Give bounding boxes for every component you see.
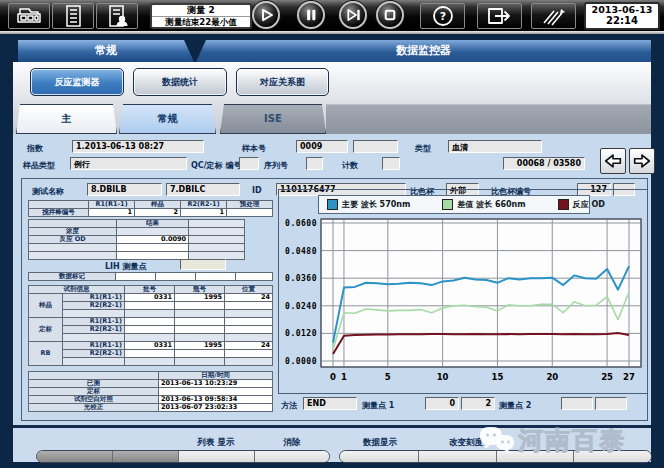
step-button[interactable] bbox=[339, 1, 367, 29]
table-row: R2(R2-1) bbox=[29, 302, 273, 310]
count-label: 计数 bbox=[342, 160, 358, 171]
count-field[interactable] bbox=[382, 157, 400, 170]
lih-field[interactable] bbox=[180, 259, 226, 270]
wechat-icon bbox=[478, 423, 516, 457]
help-icon: ? bbox=[430, 3, 456, 29]
index-field[interactable]: 1.2013-06-13 08:27 bbox=[72, 140, 204, 153]
prev-record-button[interactable] bbox=[600, 148, 626, 174]
index-label: 指数 bbox=[27, 143, 43, 154]
table-row: 光校正2013-06-07 23:02:33 bbox=[29, 404, 273, 412]
table-row: 定标R1(R1-1) bbox=[29, 318, 273, 326]
svg-text:27: 27 bbox=[623, 372, 635, 382]
table-row: 结果 bbox=[29, 220, 245, 228]
measure-point1-a-field[interactable]: 0 bbox=[425, 397, 459, 410]
data-display-button[interactable] bbox=[340, 451, 418, 462]
stop-button[interactable] bbox=[376, 1, 404, 29]
time-text: 22:14 bbox=[586, 16, 658, 26]
start-button[interactable] bbox=[252, 1, 280, 29]
svg-text:0: 0 bbox=[330, 372, 336, 382]
svg-text:?: ? bbox=[439, 10, 445, 23]
table-row: 搅拌棒编号121 bbox=[29, 209, 273, 217]
data-mark-table: 数据标记 bbox=[28, 272, 273, 281]
table-row: R2(R2-1) bbox=[29, 326, 273, 334]
svg-text:0.0240: 0.0240 bbox=[285, 302, 317, 311]
help-button[interactable]: ? bbox=[420, 3, 465, 29]
pause-icon bbox=[299, 3, 323, 27]
table-row: 日期/时间 bbox=[29, 372, 273, 380]
sign-button[interactable] bbox=[531, 3, 576, 29]
sample-type-field[interactable]: 例行 bbox=[70, 157, 187, 170]
table-row: 试剂空白对照2013-06-13 09:58:34 bbox=[29, 396, 273, 404]
qc-cal-field[interactable] bbox=[239, 157, 259, 170]
top-toolbar: 测量 2 测量结束22最小值 ? 2013-06-13 22:14 bbox=[0, 0, 664, 31]
stop-icon bbox=[378, 3, 402, 27]
table-row: 已测2013-06-13 10:23:29 bbox=[29, 380, 273, 388]
legend-label: 主要 波长 570nm bbox=[342, 199, 410, 210]
table-row: 反应 OD0.0090 bbox=[29, 236, 245, 244]
tab-main[interactable]: 主 bbox=[16, 104, 117, 134]
result-table: 结果 浓度 反应 OD0.0090 bbox=[28, 219, 245, 260]
legend-swatch bbox=[327, 199, 338, 210]
reaction-monitor-button[interactable]: 反应监测器 bbox=[30, 68, 124, 96]
watermark-text: 河南百泰 bbox=[518, 424, 626, 457]
svg-text:0.0360: 0.0360 bbox=[285, 274, 317, 283]
measure-result-text: 测量结束22最小值 bbox=[152, 17, 250, 27]
operator-list-icon bbox=[103, 4, 131, 28]
disabled-button-2[interactable] bbox=[112, 451, 178, 462]
data-statistics-button[interactable]: 数据统计 bbox=[133, 68, 227, 96]
pause-button[interactable] bbox=[297, 1, 325, 29]
disabled-button-1[interactable] bbox=[37, 451, 112, 462]
legend-label: 反应 OD bbox=[573, 199, 605, 210]
sample-no-field[interactable]: 0009 bbox=[296, 140, 348, 153]
sample-no-extra-field[interactable] bbox=[353, 140, 398, 153]
tab-general[interactable]: 常规 bbox=[119, 104, 216, 134]
test-name1-field[interactable]: 8.DBILB bbox=[87, 183, 162, 196]
legend-item: 差值 波长 660nm bbox=[442, 199, 525, 210]
legend-label: 差值 波长 660nm bbox=[457, 199, 525, 210]
clear-button[interactable] bbox=[254, 451, 329, 462]
qc-cal-label: QC/定标 编号 bbox=[191, 160, 241, 171]
method-field[interactable]: END bbox=[303, 397, 357, 410]
worklist-button[interactable] bbox=[52, 3, 94, 29]
table-row bbox=[29, 334, 273, 342]
reagent-info-table: 试剂信息批号瓶号位置 样品R1(R1-1)0331199524 R2(R2-1)… bbox=[28, 285, 273, 366]
left-button-group bbox=[36, 450, 330, 463]
svg-text:0.0480: 0.0480 bbox=[285, 247, 317, 256]
tab-general-title[interactable]: 常规 bbox=[18, 40, 194, 62]
operator-list-button[interactable] bbox=[96, 3, 138, 29]
lih-label: LIH 测量点 bbox=[105, 261, 147, 272]
subtab-filler bbox=[326, 104, 651, 135]
page-title: 数据监控器 bbox=[196, 40, 651, 62]
counter-field: 00068 / 03580 bbox=[503, 157, 585, 170]
analyzer-icon bbox=[15, 4, 43, 28]
measure-point2-a-field[interactable] bbox=[561, 397, 593, 410]
exit-button[interactable] bbox=[477, 3, 522, 29]
measure-point1-b-field[interactable]: 2 bbox=[461, 397, 495, 410]
table-row bbox=[29, 358, 273, 366]
table-row: 试剂信息批号瓶号位置 bbox=[29, 286, 273, 294]
data-display-label: 数据显示 bbox=[363, 437, 397, 449]
tab-ise[interactable]: ISE bbox=[220, 104, 326, 134]
sample-type-label: 样品类型 bbox=[23, 160, 55, 171]
svg-text:5: 5 bbox=[385, 372, 391, 382]
measure-point1-label: 测量点 1 bbox=[362, 400, 394, 411]
legend-item: 反应 OD bbox=[558, 199, 605, 210]
worklist-icon bbox=[59, 4, 87, 28]
correlation-chart-button[interactable]: 对应关系图 bbox=[236, 68, 329, 96]
svg-text:0.0120: 0.0120 bbox=[285, 329, 317, 338]
analyzer-button[interactable] bbox=[8, 3, 50, 29]
test-name2-field[interactable]: 7.DBILC bbox=[166, 183, 240, 196]
sample-no-label: 样本号 bbox=[242, 143, 266, 154]
next-record-button[interactable] bbox=[629, 148, 655, 174]
svg-text:20: 20 bbox=[546, 372, 558, 382]
type-field[interactable]: 血清 bbox=[448, 140, 542, 153]
arrow-left-icon bbox=[602, 150, 624, 172]
table-row: 样品R1(R1-1)0331199524 bbox=[29, 294, 273, 302]
list-display-button[interactable] bbox=[178, 451, 253, 462]
measure-point2-b-field[interactable] bbox=[595, 397, 627, 410]
play-icon bbox=[254, 3, 278, 27]
serial-field[interactable] bbox=[306, 157, 323, 170]
id-label: ID bbox=[252, 186, 262, 195]
legend-item: 主要 波长 570nm bbox=[327, 199, 410, 210]
stirrer-table: R1(R1-1)样品R2(R2-1)预处理 搅拌棒编号121 bbox=[28, 200, 273, 217]
